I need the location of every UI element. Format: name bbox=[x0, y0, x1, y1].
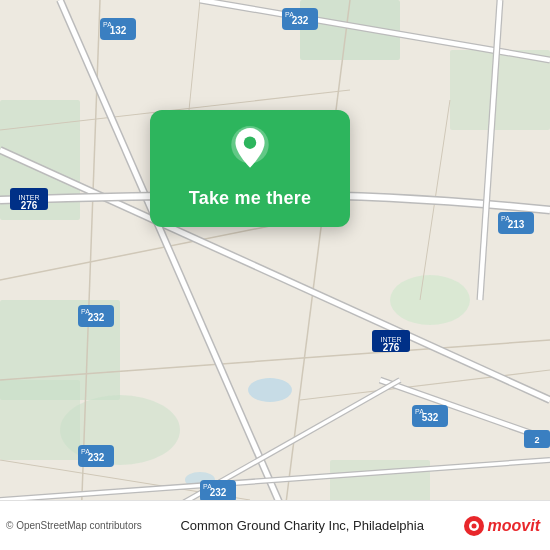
take-me-card[interactable]: Take me there bbox=[150, 110, 350, 227]
svg-text:2: 2 bbox=[534, 435, 539, 445]
location-title: Common Ground Charity Inc, Philadelphia bbox=[142, 518, 463, 533]
moovit-text: moovit bbox=[488, 517, 540, 535]
svg-text:PA: PA bbox=[81, 448, 90, 455]
moovit-logo: moovit bbox=[463, 515, 540, 537]
svg-text:PA: PA bbox=[285, 11, 294, 18]
svg-text:232: 232 bbox=[210, 487, 227, 498]
svg-text:PA: PA bbox=[415, 408, 424, 415]
svg-line-11 bbox=[0, 220, 300, 280]
attribution-text: © OpenStreetMap contributors bbox=[6, 520, 142, 531]
svg-point-63 bbox=[244, 136, 256, 148]
svg-text:532: 532 bbox=[422, 412, 439, 423]
svg-text:232: 232 bbox=[292, 15, 309, 26]
svg-text:PA: PA bbox=[103, 21, 112, 28]
svg-point-8 bbox=[248, 378, 292, 402]
svg-point-5 bbox=[390, 275, 470, 325]
svg-text:PA: PA bbox=[81, 308, 90, 315]
map-roads: 132 PA 232 PA INTER 276 213 PA 232 PA IN… bbox=[0, 0, 550, 550]
svg-text:213: 213 bbox=[508, 219, 525, 230]
svg-rect-4 bbox=[450, 50, 550, 130]
svg-text:276: 276 bbox=[383, 342, 400, 353]
map-container: 132 PA 232 PA INTER 276 213 PA 232 PA IN… bbox=[0, 0, 550, 550]
take-me-label: Take me there bbox=[189, 188, 311, 209]
svg-text:PA: PA bbox=[203, 483, 212, 490]
svg-text:PA: PA bbox=[501, 215, 510, 222]
svg-text:232: 232 bbox=[88, 312, 105, 323]
svg-point-66 bbox=[471, 523, 476, 528]
svg-line-22 bbox=[60, 0, 300, 550]
location-pin-icon bbox=[224, 126, 276, 178]
svg-text:132: 132 bbox=[110, 25, 127, 36]
moovit-icon bbox=[463, 515, 485, 537]
bottom-bar: © OpenStreetMap contributors Common Grou… bbox=[0, 500, 550, 550]
svg-text:232: 232 bbox=[88, 452, 105, 463]
svg-text:276: 276 bbox=[21, 200, 38, 211]
